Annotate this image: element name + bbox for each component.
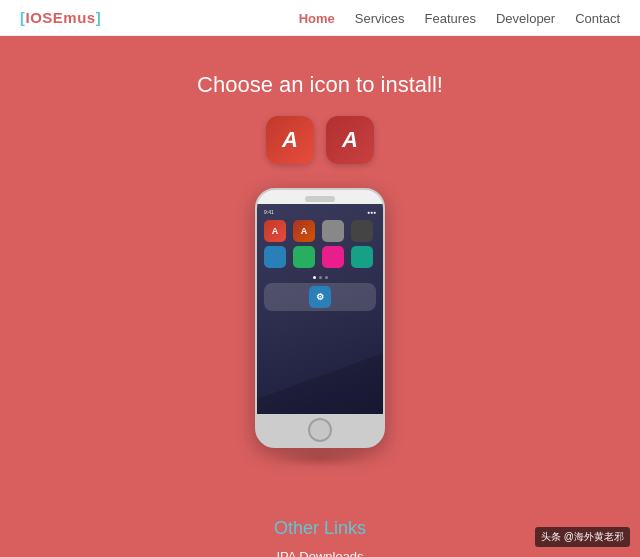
icon-button-primary[interactable]: A [266, 116, 314, 164]
app-icon-7 [322, 246, 344, 268]
phone-signal: ●●● [367, 209, 376, 215]
hero-section: Choose an icon to install! A A 9:41 ●●● … [0, 36, 640, 488]
navbar: [IOSEmus] Home Services Features Develop… [0, 0, 640, 36]
icon-button-alt[interactable]: A [326, 116, 374, 164]
nav-item-services[interactable]: Services [355, 9, 405, 27]
hero-title: Choose an icon to install! [20, 72, 620, 98]
nav-link-home[interactable]: Home [299, 11, 335, 26]
icon-buttons-container: A A [20, 116, 620, 164]
phone-home-button[interactable] [308, 418, 332, 442]
nav-item-contact[interactable]: Contact [575, 9, 620, 27]
nav-link-contact[interactable]: Contact [575, 11, 620, 26]
icon-button-alt-label: A [342, 127, 358, 153]
phone-reflection [270, 448, 370, 468]
nav-link-services[interactable]: Services [355, 11, 405, 26]
nav-links: Home Services Features Developer Contact [299, 9, 620, 27]
nav-link-developer[interactable]: Developer [496, 11, 555, 26]
app-icon-1: A [264, 220, 286, 242]
footer-link-ipa[interactable]: IPA Downloads [20, 549, 620, 557]
app-icon-8 [351, 246, 373, 268]
app-icon-2: A [293, 220, 315, 242]
phone-time: 9:41 [264, 209, 274, 215]
watermark: 头条 @海外黄老邪 [535, 527, 630, 547]
dot-2 [319, 276, 322, 279]
footer-title: Other Links [20, 518, 620, 539]
icon-button-primary-label: A [282, 127, 298, 153]
logo[interactable]: [IOSEmus] [20, 9, 101, 26]
nav-link-features[interactable]: Features [425, 11, 476, 26]
phone-notch [305, 196, 335, 202]
logo-bracket-close: ] [96, 9, 102, 26]
phone-dock: ⚙ [264, 283, 376, 311]
phone-status-bar: 9:41 ●●● [260, 208, 380, 216]
phone-page-dots [260, 274, 380, 281]
phone-mockup: 9:41 ●●● A A [255, 188, 385, 448]
app-icon-4 [351, 220, 373, 242]
nav-item-developer[interactable]: Developer [496, 9, 555, 27]
nav-item-features[interactable]: Features [425, 9, 476, 27]
nav-item-home[interactable]: Home [299, 9, 335, 27]
app-icon-6 [293, 246, 315, 268]
dot-1 [313, 276, 316, 279]
phone-container: 9:41 ●●● A A [20, 188, 620, 448]
app-icon-3 [322, 220, 344, 242]
dot-3 [325, 276, 328, 279]
dock-icon-1: ⚙ [309, 286, 331, 308]
app-icon-5 [264, 246, 286, 268]
phone-screen: 9:41 ●●● A A [257, 204, 383, 414]
logo-text: IOSEmus [26, 9, 96, 26]
phone-app-grid-row1: A A [260, 218, 380, 270]
